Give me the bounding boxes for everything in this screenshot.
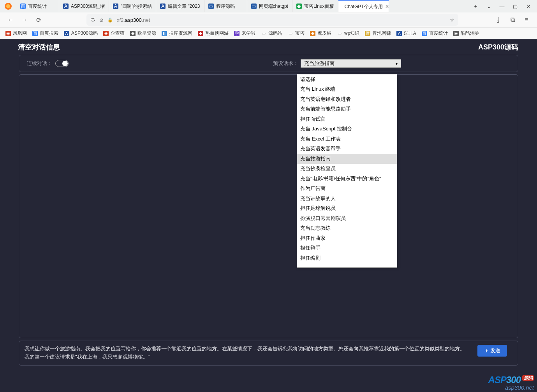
bookmark-star-icon[interactable]: ☆ [450,17,454,23]
bookmark-favicon: ◉ [453,31,459,36]
bookmark-favicon: ◧ [162,31,167,36]
bookmark-favicon: ◈ [103,31,109,36]
preset-option[interactable]: 充当前端智能思路助手 [297,104,397,114]
tab-label: 程序源码 [216,3,235,10]
continuous-chat-toggle[interactable] [55,60,69,67]
prompt-input[interactable]: 我想让你做一个旅游指南。我会把我的位置写给你，你会推荐一个靠近我的位置的地方。在… [25,345,512,361]
tab-strip: 百百度统计AASP300源码_堵A"回调"的搜索结A编辑文章 "2023▭程序源… [0,0,537,12]
preset-option[interactable]: 充当 Linux 终端 [297,84,397,95]
tab-label: 编辑文章 "2023 [168,3,200,10]
browser-tab[interactable]: ChatGPT个人专用✕ [338,0,389,12]
send-button[interactable]: ✈ 发送 [477,345,507,357]
bookmark-favicon: 百 [32,31,38,36]
shield-icon[interactable]: 🛡 [90,17,95,23]
extensions-icon[interactable]: ⧉ [507,15,518,25]
window-maximize-icon[interactable]: ▢ [512,3,518,9]
preset-option[interactable]: 担任辩手 [297,243,397,253]
browser-tab[interactable]: A编辑文章 "2023 [156,0,204,12]
bookmark-item[interactable]: A51.LA [396,31,416,36]
bookmark-item[interactable]: 学来学啦 [234,30,255,37]
reload-icon[interactable]: ⟳ [33,15,44,25]
bookmarks-bar: ◉凤凰网百百度搜索AASP300源码◈企查猫◆欧皇资源◧搜库资源网◆热血侠网游学… [0,27,537,39]
nav-back-icon[interactable]: ← [5,15,16,25]
tab-close-icon[interactable]: ✕ [385,4,389,9]
nav-forward-icon[interactable]: → [19,15,30,25]
url-text: xf2.asp300.net [117,17,150,23]
window-minimize-icon[interactable]: — [499,3,505,9]
bookmark-favicon: ◉ [5,31,11,36]
preset-option[interactable]: 担任足球解说员 [297,204,397,214]
preset-label: 预设话术： [273,60,298,67]
folder-icon: ▭ [337,31,342,36]
app-header: 清空对话信息 ASP300源码 [0,39,537,55]
browser-tab[interactable]: ◆宝塔Linux面板 [292,0,338,12]
preset-option[interactable]: 充当 JavaScript 控制台 [297,124,397,134]
lock-icon[interactable]: 🔒 [107,18,113,23]
preset-option[interactable]: 扮演脱口秀喜剧演员 [297,213,397,223]
bookmark-label: 热血侠网游 [205,30,229,37]
bookmark-favicon: 学 [234,31,239,36]
preset-option[interactable]: 担任作曲家 [297,233,397,243]
bookmark-item[interactable]: ▭wp知识 [337,30,359,37]
bookmark-item[interactable]: ◆热血侠网游 [198,30,229,37]
watermark: ASP300源码 asp300.net [488,375,534,390]
preset-option[interactable]: 作为广告商 [297,184,397,194]
downloads-icon[interactable]: ⭳ [493,15,504,25]
address-bar[interactable]: 🛡 ⊘ 🔒 xf2.asp300.net ☆ [86,14,458,26]
tabs-dropdown-icon[interactable]: ⌄ [486,3,492,9]
tab-favicon: A [160,4,166,9]
browser-tab[interactable]: AASP300源码_堵 [59,0,109,12]
clear-conversation-button[interactable]: 清空对话信息 [0,42,60,52]
bookmark-item[interactable]: ▭宝塔 [288,30,305,37]
preset-option[interactable]: 担任面试官 [297,114,397,124]
browser-tab[interactable]: 百百度统计 [16,0,59,12]
app-root: 清空对话信息 ASP300源码 连续对话： 预设话术： 充当旅游指南 ▾ 我想让… [0,39,537,392]
browser-tab[interactable]: ▭网页端chatgpt [247,0,292,12]
preset-select[interactable]: 充当旅游指南 ▾ [301,59,401,68]
bookmark-label: 欧皇资源 [137,30,156,37]
bookmark-item[interactable]: 百百度搜索 [32,30,58,37]
preset-option[interactable]: 充当讲故事的人 [297,193,397,204]
bookmark-item[interactable]: ◉凤凰网 [5,30,27,37]
bookmark-favicon: ◆ [310,31,315,36]
bookmark-label: 搜库资源网 [169,30,192,37]
bookmark-label: 虎皮椒 [317,30,331,37]
input-panel: 我想让你做一个旅游指南。我会把我的位置写给你，你会推荐一个靠近我的位置的地方。在… [19,341,518,366]
preset-option[interactable]: 充当"电影/书籍/任何东西"中的"角色" [297,174,397,184]
permissions-icon[interactable]: ⊘ [99,17,104,23]
preset-option[interactable]: 充当 Excel 工作表 [297,134,397,144]
bookmark-item[interactable]: AASP300源码 [64,30,98,37]
preset-option[interactable]: 充当抄袭检查员 [297,164,397,174]
tab-label: 宝塔Linux面板 [304,3,334,10]
bookmark-item[interactable]: ◧搜库资源网 [162,30,192,37]
preset-option[interactable]: 请选择 [297,74,397,84]
preset-option[interactable]: 充当英语发音帮手 [297,144,397,154]
tab-favicon: A [63,4,69,9]
tab-favicon: A [113,4,118,9]
bookmark-item[interactable]: ▭源码站 [261,30,282,37]
preset-option[interactable]: 充当励志教练 [297,223,397,234]
bookmark-label: 冒泡网赚 [372,30,391,37]
bookmark-favicon: A [396,31,402,36]
preset-option[interactable]: 充当旅游指南 [297,154,397,164]
bookmark-favicon: 冒 [365,31,370,36]
bookmark-item[interactable]: 百百度统计 [422,30,448,37]
browser-tab[interactable]: A"回调"的搜索结 [109,0,157,12]
window-close-icon[interactable]: ✕ [525,3,532,9]
bookmark-item[interactable]: ◆虎皮椒 [310,30,331,37]
new-tab-button[interactable]: ＋ [472,3,479,9]
tab-label: ChatGPT个人专用 [345,4,383,10]
browser-tab[interactable]: ▭程序源码 [204,0,247,12]
preset-option[interactable]: 担任编剧 [297,253,397,263]
folder-icon: ▭ [261,31,266,36]
bookmark-item[interactable]: 冒冒泡网赚 [365,30,391,37]
tab-favicon: 百 [20,4,26,9]
bookmark-item[interactable]: ◆欧皇资源 [130,30,156,37]
preset-option[interactable]: 充当英语翻译和改进者 [297,94,397,104]
preset-dropdown[interactable]: 请选择充当 Linux 终端充当英语翻译和改进者充当前端智能思路助手担任面试官充… [297,74,397,268]
firefox-icon[interactable] [3,1,13,11]
bookmark-item[interactable]: ◈企查猫 [103,30,125,37]
bookmark-label: 源码站 [268,30,282,37]
menu-icon[interactable]: ≡ [521,15,532,25]
bookmark-item[interactable]: ◉酷酷淘券 [453,30,479,37]
